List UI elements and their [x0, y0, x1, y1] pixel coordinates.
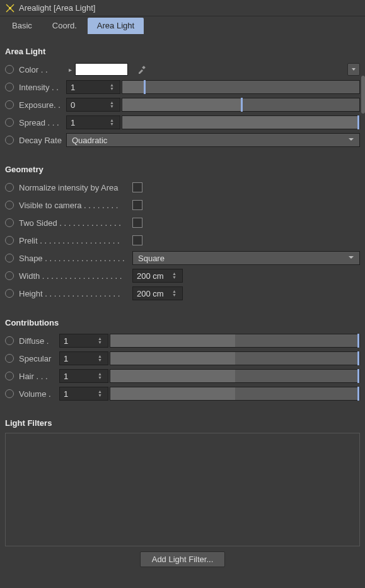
volume-input[interactable]: 1 ▲▼: [59, 387, 108, 401]
volume-slider[interactable]: [110, 387, 360, 401]
label-normalize: Normalize intensity by Area: [19, 183, 132, 192]
color-options-button[interactable]: [347, 63, 360, 76]
normalize-checkbox[interactable]: [132, 182, 142, 192]
diffuse-input[interactable]: 1 ▲▼: [59, 334, 108, 348]
label-width: Width . . . . . . . . . . . . . . . . . …: [19, 271, 132, 281]
intensity-value: 1: [71, 83, 110, 92]
section-title-arealight: Area Light: [5, 47, 360, 56]
width-value: 200 cm: [137, 271, 172, 281]
diffuse-slider[interactable]: [110, 334, 360, 348]
section-title-contributions: Contributions: [5, 318, 360, 327]
row-exposure: Exposure. . 0 ▲▼: [5, 97, 360, 113]
specular-slider[interactable]: [110, 351, 360, 365]
row-diffuse: Diffuse . 1 ▲▼: [5, 332, 360, 349]
label-hair: Hair . . .: [19, 372, 59, 381]
label-intensity: Intensity . .: [19, 83, 66, 92]
height-spinner[interactable]: ▲▼: [172, 290, 178, 297]
decay-select[interactable]: Quadratic: [66, 133, 360, 147]
exposure-spinner[interactable]: ▲▼: [110, 101, 116, 109]
shape-select[interactable]: Square: [132, 251, 360, 265]
exposure-input[interactable]: 0 ▲▼: [66, 98, 120, 112]
anim-toggle-spread[interactable]: [5, 118, 14, 127]
light-filters-list[interactable]: [5, 433, 360, 546]
add-light-filter-button[interactable]: Add Light Filter...: [140, 551, 226, 567]
anim-toggle-normalize[interactable]: [5, 183, 14, 192]
content-area: Area Light Color . . ▸ Intensity . . 1 ▲…: [0, 34, 365, 572]
anim-toggle-hair[interactable]: [5, 372, 14, 380]
anim-toggle-specular[interactable]: [5, 354, 14, 363]
visible-checkbox[interactable]: [132, 200, 142, 210]
tab-bar: Basic Coord. Area Light: [0, 16, 365, 34]
color-swatch[interactable]: [75, 63, 128, 76]
label-shape: Shape . . . . . . . . . . . . . . . . . …: [19, 254, 132, 263]
anim-toggle-diffuse[interactable]: [5, 336, 14, 345]
diffuse-value: 1: [64, 336, 98, 346]
row-decay: Decay Rate Quadratic: [5, 132, 360, 148]
anim-toggle-visible[interactable]: [5, 201, 14, 209]
twosided-checkbox[interactable]: [132, 218, 142, 228]
shape-value: Square: [138, 254, 165, 263]
anim-toggle-shape[interactable]: [5, 254, 14, 262]
label-volume: Volume .: [19, 389, 59, 399]
tab-basic[interactable]: Basic: [3, 18, 42, 34]
window-header: Arealight [Area Light]: [0, 0, 365, 16]
row-visible: Visible to camera . . . . . . . .: [5, 197, 360, 213]
color-expand-arrow[interactable]: ▸: [66, 63, 74, 76]
specular-value: 1: [64, 354, 98, 363]
hair-input[interactable]: 1 ▲▼: [59, 369, 108, 383]
anim-toggle-prelit[interactable]: [5, 236, 14, 245]
prelit-checkbox[interactable]: [132, 235, 142, 245]
label-specular: Specular: [19, 354, 59, 363]
anim-toggle-volume[interactable]: [5, 389, 14, 398]
label-diffuse: Diffuse .: [19, 336, 59, 346]
label-visible: Visible to camera . . . . . . . .: [19, 201, 132, 210]
spread-slider[interactable]: [122, 115, 360, 129]
anim-toggle-exposure[interactable]: [5, 100, 14, 109]
decay-value: Quadratic: [72, 136, 107, 145]
label-exposure: Exposure. .: [19, 100, 66, 110]
height-input[interactable]: 200 cm ▲▼: [132, 286, 183, 300]
width-input[interactable]: 200 cm ▲▼: [132, 269, 183, 283]
anim-toggle-decay[interactable]: [5, 136, 14, 144]
svg-line-2: [6, 9, 9, 12]
hair-spinner[interactable]: ▲▼: [98, 372, 104, 380]
eyedropper-icon[interactable]: [136, 63, 148, 76]
intensity-slider[interactable]: [122, 80, 360, 94]
row-normalize: Normalize intensity by Area: [5, 179, 360, 196]
specular-input[interactable]: 1 ▲▼: [59, 351, 108, 365]
vertical-scrollbar[interactable]: [361, 69, 365, 588]
diffuse-spinner[interactable]: ▲▼: [98, 337, 104, 344]
anim-toggle-height[interactable]: [5, 289, 14, 298]
anim-toggle-color[interactable]: [5, 65, 14, 74]
anim-toggle-intensity[interactable]: [5, 83, 14, 91]
spread-spinner[interactable]: ▲▼: [110, 119, 116, 126]
label-prelit: Prelit . . . . . . . . . . . . . . . . .…: [19, 236, 132, 245]
width-spinner[interactable]: ▲▼: [172, 272, 178, 279]
svg-rect-4: [9, 7, 11, 9]
section-title-lightfilters: Light Filters: [5, 418, 360, 428]
scrollbar-thumb[interactable]: [361, 76, 365, 114]
hair-value: 1: [64, 372, 98, 381]
tab-area-light[interactable]: Area Light: [88, 18, 144, 34]
row-height: Height . . . . . . . . . . . . . . . . .…: [5, 285, 360, 302]
intensity-spinner[interactable]: ▲▼: [110, 83, 116, 91]
window-title: Arealight [Area Light]: [19, 3, 95, 13]
specular-spinner[interactable]: ▲▼: [98, 355, 104, 362]
svg-rect-5: [142, 66, 146, 69]
spread-value: 1: [71, 118, 110, 127]
volume-spinner[interactable]: ▲▼: [98, 390, 104, 397]
anim-toggle-twosided[interactable]: [5, 218, 14, 227]
chevron-down-icon: [348, 254, 354, 262]
hair-slider[interactable]: [110, 369, 360, 383]
exposure-value: 0: [71, 100, 110, 110]
label-decay: Decay Rate: [19, 136, 66, 145]
row-shape: Shape . . . . . . . . . . . . . . . . . …: [5, 250, 360, 266]
tab-coord[interactable]: Coord.: [43, 18, 86, 34]
row-hair: Hair . . . 1 ▲▼: [5, 368, 360, 384]
row-color: Color . . ▸: [5, 61, 360, 78]
spread-input[interactable]: 1 ▲▼: [66, 115, 120, 129]
svg-line-3: [11, 9, 14, 12]
exposure-slider[interactable]: [122, 98, 360, 112]
intensity-input[interactable]: 1 ▲▼: [66, 80, 120, 94]
anim-toggle-width[interactable]: [5, 271, 14, 280]
